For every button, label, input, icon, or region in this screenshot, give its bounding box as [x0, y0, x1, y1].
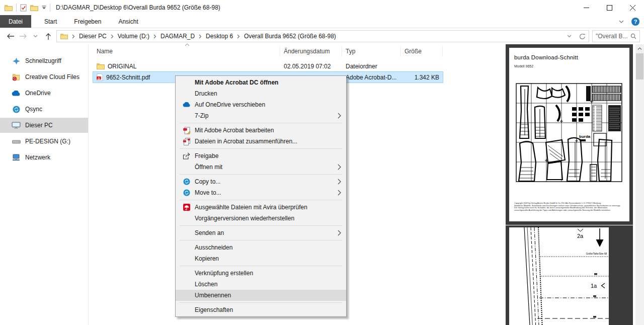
refresh-icon[interactable] [576, 31, 589, 42]
new-folder-quick-icon[interactable] [30, 5, 38, 11]
acrobat-edit-icon [182, 126, 192, 134]
tab-start[interactable]: Start [36, 15, 65, 28]
icon-spacer [182, 269, 192, 277]
menu-item-verknuepfung-erstellen[interactable]: Verknüpfung erstellen [176, 268, 346, 279]
menu-item-oeffnen-mit[interactable]: Öffnen mit [176, 161, 346, 173]
file-size: 1.342 KB [401, 74, 443, 81]
expand-ribbon-icon[interactable] [619, 20, 624, 23]
menu-item-move-to[interactable]: Move to... [176, 187, 346, 198]
sidebar-item-qsync[interactable]: Qsync [0, 102, 88, 117]
back-button[interactable] [4, 33, 17, 39]
quick-access-toolbar [0, 4, 50, 12]
submenu-chevron-icon [338, 230, 341, 236]
icon-spacer [182, 291, 192, 299]
avira-icon [182, 203, 192, 211]
address-dropdown-icon[interactable] [562, 31, 576, 42]
file-modified: 02.05.2019 07:02 [280, 63, 342, 70]
menu-item-7zip[interactable]: 7-Zip [176, 110, 346, 121]
file-row-original[interactable]: ORIGINAL 02.05.2019 07:02 Dateiordner [93, 61, 443, 71]
breadcrumb-dieser-pc[interactable]: Dieser PC [76, 33, 109, 40]
menu-item-drucken[interactable]: Drucken [176, 88, 346, 99]
menu-item-onedrive-verschieben[interactable]: Auf OneDrive verschieben [176, 99, 346, 110]
copyright-text: Copyright 2009 by Verlag Aenne Burda Gmb… [514, 202, 625, 211]
menu-separator [180, 123, 342, 123]
breadcrumb-desktop-6[interactable]: Desktop 6 [203, 33, 235, 40]
recent-locations-icon[interactable] [29, 35, 42, 38]
preview-page-2: 2a Größe/Taille/Size 68 1a [506, 225, 633, 325]
file-name: 9652-Schnitt.pdf [106, 74, 150, 81]
titlebar: D:\DAGMAR_D\Desktop 6\Overall Burda 9652… [0, 0, 644, 15]
menu-item-eigenschaften[interactable]: Eigenschaften [176, 304, 346, 315]
breadcrumb-dagmar-d[interactable]: DAGMAR_D [158, 33, 197, 40]
chevron-right-icon [152, 34, 158, 39]
menu-item-loeschen[interactable]: Löschen [176, 279, 346, 290]
address-bar[interactable]: Dieser PC Volume (D:) DAGMAR_D Desktop 6… [56, 30, 589, 42]
sidebar-item-pe-design[interactable]: PE-DESIGN (G:) [0, 134, 88, 149]
column-header-modified[interactable]: Änderungsdatum [280, 46, 342, 57]
breadcrumb-current-folder[interactable]: Overall Burda 9652 (Größe 68-98) [242, 33, 339, 40]
chevron-right-icon [70, 34, 76, 39]
sidebar-item-netzwerk[interactable]: Netzwerk [0, 150, 88, 165]
column-header-name[interactable]: Name [93, 46, 280, 57]
forward-button[interactable] [17, 33, 29, 39]
creative-cloud-folder-icon [12, 73, 21, 81]
menu-item-umbenennen[interactable]: Umbenennen [176, 290, 346, 301]
submenu-chevron-icon [338, 113, 341, 119]
sidebar-item-schnellzugriff[interactable]: Schnellzugriff [0, 53, 88, 68]
onedrive-cloud-icon [12, 91, 21, 96]
scrollbar-up-icon[interactable] [635, 44, 644, 53]
section-label-2a: 2a [577, 233, 584, 239]
qsync-icon [12, 106, 21, 113]
sidebar-item-dieser-pc[interactable]: Dieser PC [0, 118, 88, 133]
menu-separator [180, 225, 342, 226]
sidebar-item-onedrive[interactable]: OneDrive [0, 86, 88, 101]
column-header-size[interactable]: Größe [401, 46, 443, 57]
menu-item-freigabe[interactable]: Freigabe [176, 150, 346, 161]
share-icon [182, 152, 192, 160]
chevron-right-icon [197, 34, 203, 39]
ribbon-tabbar: Datei Start Freigeben Ansicht [0, 15, 644, 28]
tab-datei[interactable]: Datei [0, 15, 31, 28]
breadcrumb-volume-d[interactable]: Volume (D:) [115, 33, 152, 40]
menu-item-acrobat-zusammenfuehren[interactable]: Dateien in Acrobat zusammenführen... [176, 136, 346, 147]
icon-spacer [182, 280, 192, 288]
customize-quick-access-icon[interactable] [42, 6, 46, 10]
preview-title: burda Download-Schnitt [514, 54, 578, 60]
sidebar-item-creative-cloud-files[interactable]: Creative Cloud Files [0, 69, 88, 85]
search-value: "Overall B... [596, 33, 630, 40]
toolbar-separator [50, 4, 50, 12]
icon-spacer [182, 78, 192, 87]
sidebar-item-label: OneDrive [25, 90, 51, 97]
sidebar-item-label: Dieser PC [25, 122, 53, 129]
menu-item-avira-pruefen[interactable]: Ausgewählte Dateien mit Avira überprüfen [176, 202, 346, 213]
menu-item-kopieren[interactable]: Kopieren [176, 253, 346, 264]
app-folder-icon[interactable] [5, 5, 13, 11]
minimize-button[interactable] [575, 0, 598, 15]
icon-spacer [182, 112, 192, 120]
context-menu: Mit Adobe Acrobat DC öffnen Drucken Auf … [175, 75, 347, 317]
up-button[interactable] [42, 33, 54, 40]
sidebar-item-label: Qsync [25, 106, 42, 113]
search-icon[interactable] [630, 33, 636, 39]
close-button[interactable] [621, 0, 644, 15]
search-input[interactable]: "Overall B... [592, 30, 640, 42]
chevron-right-icon [235, 34, 242, 39]
preview-scrollbar[interactable] [635, 44, 644, 325]
tab-freigeben[interactable]: Freigeben [65, 15, 110, 28]
menu-item-senden-an[interactable]: Senden an [176, 227, 346, 238]
menu-item-acrobat-bearbeiten[interactable]: Mit Adobe Acrobat bearbeiten [176, 125, 346, 136]
menu-item-open-with-acrobat-dc[interactable]: Mit Adobe Acrobat DC öffnen [176, 77, 346, 88]
menu-item-vorgaengerversionen[interactable]: Vorgängerversionen wiederherstellen [176, 213, 346, 224]
star-icon [12, 57, 21, 65]
menu-item-copy-to[interactable]: Copy to... [176, 176, 346, 187]
network-icon [12, 154, 21, 161]
maximize-button[interactable] [598, 0, 621, 15]
properties-quick-icon[interactable] [20, 4, 27, 12]
menu-item-ausschneiden[interactable]: Ausschneiden [176, 242, 346, 253]
scrollbar-thumb[interactable] [636, 53, 643, 79]
menu-separator [180, 240, 342, 240]
preview-page-1: burda Download-Schnitt Modell 9652 [506, 44, 633, 225]
help-icon[interactable] [631, 18, 639, 26]
column-header-type[interactable]: Typ [342, 46, 401, 57]
tab-ansicht[interactable]: Ansicht [110, 15, 146, 28]
